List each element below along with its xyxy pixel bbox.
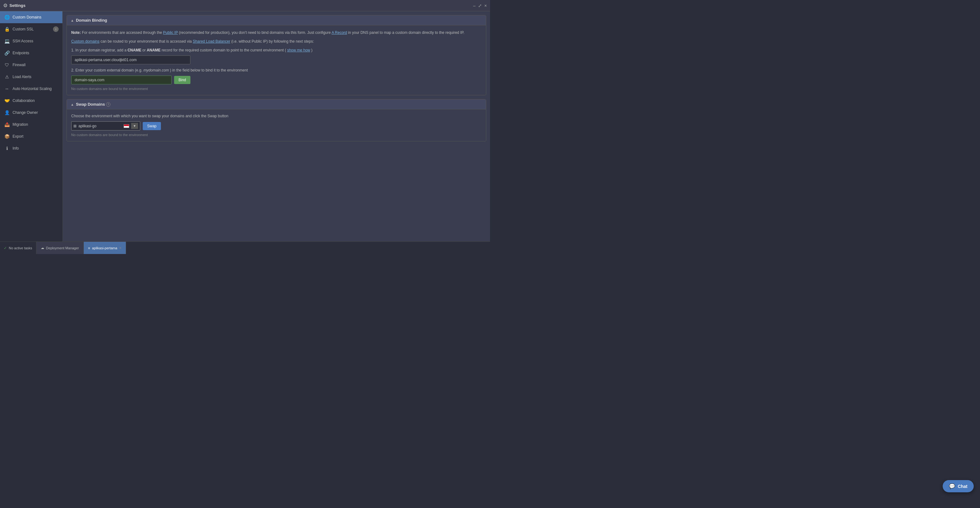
- status-text: No active tasks: [9, 246, 32, 250]
- note-text-1: For environments that are accessed throu…: [82, 30, 162, 35]
- sidebar-label-custom-ssl: Custom SSL: [13, 27, 53, 31]
- shared-lb-link[interactable]: Shared Load Balancer: [193, 39, 230, 44]
- deployment-manager-tab-label: Deployment Manager: [46, 246, 79, 250]
- sidebar-label-migration: Migration: [13, 122, 59, 127]
- sidebar-icon-change-owner: 👤: [4, 110, 10, 116]
- taskbar: ✓ No active tasks ☁ Deployment Manager ≡…: [0, 241, 490, 254]
- taskbar-status: ✓ No active tasks: [0, 242, 37, 254]
- tab-deployment-manager[interactable]: ☁ Deployment Manager: [37, 242, 84, 254]
- sidebar-icon-export: 📦: [4, 133, 10, 140]
- sidebar-item-auto-horizontal-scaling[interactable]: ↔ Auto Horizontal Scaling: [0, 83, 62, 95]
- sidebar-item-migration[interactable]: 📤 Migration: [0, 119, 62, 130]
- sidebar-icon-custom-ssl: 🔒: [4, 26, 10, 32]
- sidebar-label-auto-horizontal-scaling: Auto Horizontal Scaling: [13, 87, 59, 91]
- swap-button[interactable]: Swap: [143, 122, 161, 130]
- content-area: ▲ Domain Binding Note: For environments …: [63, 11, 490, 241]
- sidebar-item-info[interactable]: ℹ Info: [0, 142, 62, 154]
- step1-text: 1. In your domain registrar, add a CNAME…: [71, 48, 482, 53]
- note-text-3: in your DNS panel to map a custom domain…: [348, 30, 465, 35]
- sidebar-badge-custom-ssl: ↑: [53, 26, 59, 32]
- env-icon: ⊞: [73, 124, 76, 128]
- sidebar-item-endpoints[interactable]: 🔗 Endpoints: [0, 47, 62, 59]
- swap-domains-header: ▲ Swap Domains ?: [67, 99, 486, 110]
- title-bar: ⚙ Settings – ⤢ ×: [0, 0, 490, 11]
- swap-domains-panel: ▲ Swap Domains ? Choose the environment …: [67, 99, 486, 141]
- swap-row: ⊞ aplikasi-go ▼ Swap: [71, 121, 482, 130]
- note-text: Note: For environments that are accessed…: [71, 30, 482, 35]
- sidebar-icon-auto-horizontal-scaling: ↔: [4, 86, 10, 92]
- sidebar-icon-info: ℹ: [4, 145, 10, 151]
- public-ip-link[interactable]: Public IP: [163, 30, 178, 35]
- window-title: Settings: [10, 3, 25, 8]
- minimize-button[interactable]: –: [473, 3, 476, 8]
- sidebar-label-ssh-access: SSH Access: [13, 39, 59, 43]
- sidebar-label-info: Info: [13, 146, 59, 151]
- aplikasi-pertama-tab-icon: ≡: [88, 246, 90, 250]
- tab-close-button[interactable]: ×: [119, 246, 121, 250]
- aplikasi-pertama-tab-label: aplikasi-pertama: [92, 246, 117, 250]
- current-domain-display: [71, 56, 191, 64]
- env-select-wrapper[interactable]: ⊞ aplikasi-go ▼: [71, 121, 140, 130]
- window-controls: – ⤢ ×: [473, 3, 487, 8]
- env-dropdown-button[interactable]: ▼: [131, 123, 138, 129]
- sidebar-icon-firewall: 🛡: [4, 62, 10, 68]
- sidebar-label-custom-domains: Custom Domains: [13, 15, 59, 19]
- custom-domains-text: Custom domains can be routed to your env…: [71, 38, 482, 44]
- a-record-link[interactable]: A Record: [332, 30, 347, 35]
- close-button[interactable]: ×: [484, 3, 487, 8]
- sidebar-item-export[interactable]: 📦 Export: [0, 130, 62, 142]
- domain-binding-header: ▲ Domain Binding: [67, 15, 486, 25]
- sidebar-item-change-owner[interactable]: 👤 Change Owner: [0, 106, 62, 119]
- swap-no-domains-text: No custom domains are bound to the envir…: [71, 133, 482, 137]
- bind-button[interactable]: Bind: [174, 76, 191, 84]
- note-text-2: (recommended for production), you don't …: [179, 30, 331, 35]
- sidebar-label-collaboration: Collaboration: [13, 98, 59, 103]
- sidebar-icon-ssh-access: 💻: [4, 38, 10, 44]
- link-text-2: can be routed to your environment that i…: [100, 39, 192, 44]
- domain-binding-panel: ▲ Domain Binding Note: For environments …: [67, 15, 486, 95]
- swap-domains-title: Swap Domains: [76, 102, 105, 106]
- domain-binding-title: Domain Binding: [76, 18, 107, 22]
- sidebar: 🌐 Custom Domains 🔒 Custom SSL ↑ 💻 SSH Ac…: [0, 11, 63, 241]
- sidebar-item-firewall[interactable]: 🛡 Firewall: [0, 59, 62, 71]
- sidebar-item-ssh-access[interactable]: 💻 SSH Access: [0, 35, 62, 47]
- sidebar-item-custom-ssl[interactable]: 🔒 Custom SSL ↑: [0, 23, 62, 35]
- sidebar-label-endpoints: Endpoints: [13, 51, 59, 55]
- sidebar-item-custom-domains[interactable]: 🌐 Custom Domains: [0, 11, 62, 23]
- domain-binding-body: Note: For environments that are accessed…: [67, 25, 486, 95]
- step2-text: 2. Enter your custom external domain (e.…: [71, 67, 482, 73]
- collapse-swap-icon[interactable]: ▲: [71, 103, 74, 106]
- settings-icon: ⚙: [3, 3, 8, 8]
- sidebar-icon-migration: 📤: [4, 121, 10, 128]
- status-checkmark-icon: ✓: [4, 246, 7, 250]
- sidebar-label-change-owner: Change Owner: [13, 110, 59, 115]
- deployment-manager-tab-icon: ☁: [41, 246, 44, 250]
- custom-domains-link[interactable]: Custom domains: [71, 39, 99, 44]
- swap-description: Choose the environment with which you wa…: [71, 114, 482, 118]
- link-text-3: (i.e. without Public IP) by following th…: [231, 39, 314, 44]
- sidebar-item-load-alerts[interactable]: ⚠ Load Alerts: [0, 71, 62, 83]
- bind-row: Bind: [71, 76, 482, 84]
- show-me-how-link[interactable]: show me how: [287, 48, 310, 52]
- sidebar-icon-load-alerts: ⚠: [4, 74, 10, 80]
- no-custom-domains-text: No custom domains are bound to the envir…: [71, 87, 482, 90]
- sidebar-icon-custom-domains: 🌐: [4, 14, 10, 21]
- sidebar-item-collaboration[interactable]: 🤝 Collaboration: [0, 95, 62, 106]
- collapse-icon[interactable]: ▲: [71, 19, 74, 22]
- help-icon[interactable]: ?: [106, 102, 110, 106]
- swap-domains-body: Choose the environment with which you wa…: [67, 110, 486, 141]
- sidebar-label-export: Export: [13, 134, 59, 139]
- selected-env-label: aplikasi-go: [78, 124, 122, 128]
- sidebar-icon-collaboration: 🤝: [4, 97, 10, 104]
- main-layout: 🌐 Custom Domains 🔒 Custom SSL ↑ 💻 SSH Ac…: [0, 11, 490, 241]
- flag-icon: [124, 124, 129, 128]
- sidebar-label-firewall: Firewall: [13, 63, 59, 67]
- maximize-button[interactable]: ⤢: [478, 3, 482, 8]
- tab-aplikasi-pertama[interactable]: ≡ aplikasi-pertama ×: [84, 242, 126, 254]
- sidebar-label-load-alerts: Load Alerts: [13, 75, 59, 79]
- sidebar-icon-endpoints: 🔗: [4, 50, 10, 56]
- bind-domain-input[interactable]: [71, 76, 172, 84]
